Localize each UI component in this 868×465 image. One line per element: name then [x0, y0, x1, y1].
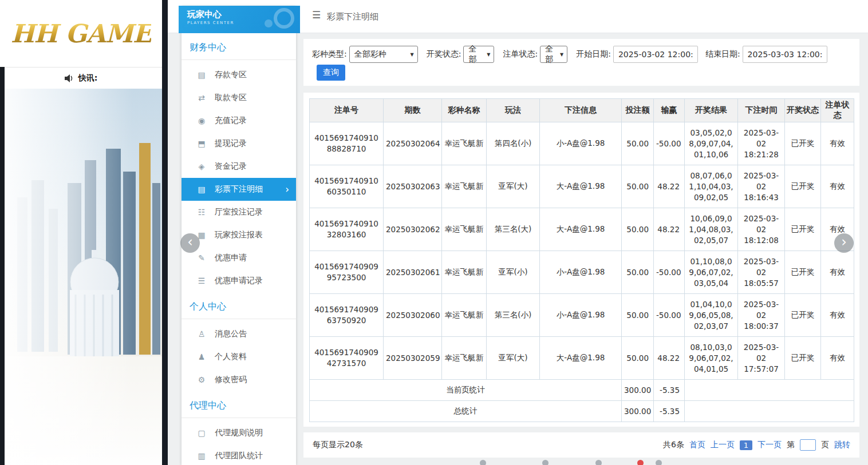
sidebar-item[interactable]: ▥代理团队统计 [182, 444, 296, 465]
draw-status-label: 开奖状态: [427, 49, 461, 59]
next-page-link[interactable]: 下一页 [757, 440, 782, 450]
profile-icon: ♟ [196, 352, 207, 361]
column-header: 注单号 [310, 99, 384, 122]
sidebar-item-label: 厅室投注记录 [215, 207, 263, 217]
carousel-right-arrow[interactable]: › [834, 233, 854, 253]
globe-decoration-icon [274, 8, 294, 29]
table-cell: 小-A盘@1.98 [540, 251, 622, 294]
footer-icon [637, 460, 644, 465]
sidebar-item-label: 优惠申请 [215, 253, 247, 263]
carousel-left-arrow[interactable]: ‹ [180, 233, 200, 253]
table-row: 40156917409094273157020250302059幸运飞艇新亚军(… [310, 337, 854, 380]
left-promo-panel: HH GAME 快讯: [0, 0, 162, 465]
sidebar-header: 玩家中心 PLAYERS CENTER [179, 6, 300, 33]
table-cell: 2025-03-02 18:12:08 [738, 208, 785, 251]
summary-label: 当前页统计 [310, 380, 622, 401]
sidebar-group-title: 个人中心 [182, 292, 296, 319]
table-cell: 401569174090995723500 [310, 251, 384, 294]
bet-status-select[interactable]: 全部 ▼ [540, 46, 567, 63]
table-cell: 50.00 [622, 122, 654, 165]
table-cell: 有效 [821, 294, 854, 337]
globe-dot-decoration [265, 19, 273, 27]
summary-empty-cell [685, 380, 854, 401]
column-header: 开奖结果 [685, 99, 738, 122]
sidebar-item[interactable]: ◉充值记录 [182, 109, 296, 132]
table-cell: 已开奖 [785, 165, 821, 208]
table-cell: 已开奖 [785, 251, 821, 294]
sidebar-item-label: 取款专区 [215, 93, 247, 103]
table-panel: 注单号期数彩种名称玩法下注信息投注额输赢开奖结果下注时间开奖状态注单状态 401… [303, 93, 859, 427]
table-cell: 2025-03-02 18:21:28 [738, 122, 785, 165]
footer-icon [656, 460, 662, 465]
hall-bet-record-icon: ☷ [196, 208, 207, 217]
content: 彩种类型: 全部彩种 ▼ 开奖状态: 全部 ▼ 注单状态: 全部 ▼ [303, 0, 859, 465]
current-page-badge[interactable]: 1 [740, 440, 752, 450]
column-header: 彩种名称 [442, 99, 487, 122]
bet-table: 注单号期数彩种名称玩法下注信息投注额输赢开奖结果下注时间开奖状态注单状态 401… [309, 98, 854, 422]
promo-image [0, 89, 162, 465]
sidebar-item[interactable]: ♟个人资料 [182, 345, 296, 368]
sidebar-groups: 财务中心▤存款专区⇄取款专区◉充值记录⬒提现记录◈资金记录▤彩票下注明细›☷厅室… [182, 33, 296, 465]
table-cell: 已开奖 [785, 208, 821, 251]
start-date-input[interactable] [613, 46, 698, 63]
dropdown-caret-icon: ▼ [487, 52, 490, 57]
sidebar-item-label: 提现记录 [215, 138, 247, 149]
sidebar-item[interactable]: ▤存款专区 [182, 63, 296, 86]
column-header: 期数 [384, 99, 442, 122]
table-row: 40156917409096375092020250302060幸运飞艇新第三名… [310, 294, 854, 337]
footer-icon [480, 460, 486, 465]
brand-logo: HH GAME [11, 19, 151, 48]
sidebar-item[interactable]: ♙消息公告 [182, 323, 296, 345]
table-cell: 幸运飞艇新 [442, 208, 487, 251]
sidebar-item[interactable]: ▤彩票下注明细› [182, 178, 296, 201]
table-header-row: 注单号期数彩种名称玩法下注信息投注额输赢开奖结果下注时间开奖状态注单状态 [310, 99, 854, 122]
draw-status-select[interactable]: 全部 ▼ [463, 46, 494, 63]
table-cell: 幸运飞艇新 [442, 251, 487, 294]
dropdown-caret-icon: ▼ [411, 52, 414, 57]
first-page-link[interactable]: 首页 [689, 440, 705, 450]
table-cell: 401569174090963750920 [310, 294, 384, 337]
table-row: 40156917409103280316020250302062幸运飞艇新第三名… [310, 208, 854, 251]
sidebar-item-label: 消息公告 [215, 329, 247, 339]
footer-icon [542, 460, 549, 465]
table-cell: 已开奖 [785, 294, 821, 337]
withdraw-icon: ⇄ [196, 93, 207, 102]
agent-rules-icon: ▢ [196, 428, 207, 438]
summary-label: 总统计 [310, 401, 622, 422]
jump-page-input[interactable] [800, 439, 816, 451]
lottery-type-select[interactable]: 全部彩种 ▼ [349, 46, 418, 63]
jump-button[interactable]: 跳转 [834, 440, 850, 450]
sidebar-item[interactable]: ▢代理规则说明 [182, 422, 296, 444]
sidebar-item[interactable]: ⇄取款专区 [182, 86, 296, 109]
table-cell: 08,10,03,09,06,07,02,04,01,05 [685, 337, 738, 380]
table-cell: 2025-03-02 18:05:57 [738, 251, 785, 294]
sidebar-item[interactable]: ☷厅室投注记录 [182, 201, 296, 224]
table-cell: 50.00 [622, 251, 654, 294]
table-cell: -50.00 [654, 251, 685, 294]
table-cell: 20250302060 [384, 294, 442, 337]
table-cell: 48.22 [654, 208, 685, 251]
sidebar-item[interactable]: ⬒提现记录 [182, 132, 296, 155]
table-cell: 50.00 [622, 294, 654, 337]
search-button[interactable]: 查询 [317, 65, 345, 81]
divider-strip [162, 0, 168, 465]
sidebar-item[interactable]: ⚙修改密码 [182, 368, 296, 391]
sidebar-item[interactable]: ☰优惠申请记录 [182, 269, 296, 292]
end-date-input[interactable] [743, 46, 827, 63]
summary-winloss-total: -5.35 [654, 380, 685, 401]
table-cell: 亚军(大) [487, 165, 540, 208]
prev-page-link[interactable]: 上一页 [711, 440, 735, 450]
jump-label-prefix: 第 [787, 440, 795, 450]
sidebar-item[interactable]: ◈资金记录 [182, 155, 296, 178]
table-cell: 有效 [821, 251, 854, 294]
summary-bet-total: 300.00 [622, 401, 654, 422]
pagination-controls: 共6条 首页 上一页 1 下一页 第 页 跳转 [663, 439, 850, 451]
password-gear-icon: ⚙ [196, 375, 207, 384]
table-cell: 401569174091032803160 [310, 208, 384, 251]
column-header: 玩法 [487, 99, 540, 122]
table-row: 40156917409108882871020250302064幸运飞艇新第四名… [310, 122, 854, 165]
sidebar-item[interactable]: ✎优惠申请 [182, 247, 296, 269]
page-size-text: 每页显示20条 [313, 440, 363, 450]
table-cell: 50.00 [622, 337, 654, 380]
table-cell: 2025-03-02 18:00:37 [738, 294, 785, 337]
